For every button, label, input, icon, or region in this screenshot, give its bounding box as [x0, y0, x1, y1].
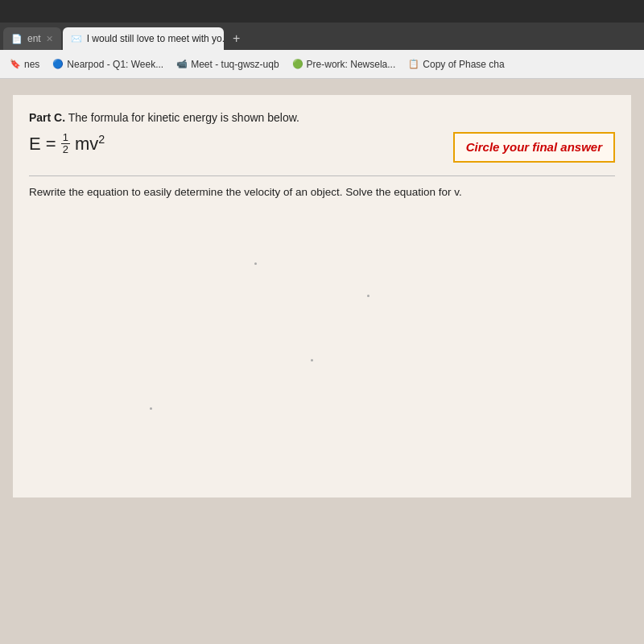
page-content: Part C. The formula for kinetic energy i…: [0, 79, 644, 644]
tab-email-label: I would still love to meet with yo...: [87, 33, 224, 44]
tab-bar: 📄 ent ✕ ✉️ I would still love to meet wi…: [0, 23, 644, 50]
tab-email-icon: ✉️: [71, 34, 82, 44]
bookmark-nes-icon: 🔖: [10, 59, 21, 70]
bookmark-prework-label: Pre-work: Newsela...: [307, 59, 396, 70]
bookmark-phase-label: Copy of Phase cha: [423, 59, 504, 70]
dot-4: [150, 407, 152, 410]
fraction-denominator: 2: [61, 144, 70, 155]
answer-area[interactable]: [29, 198, 615, 440]
bookmark-phase[interactable]: 📋 Copy of Phase cha: [405, 57, 507, 72]
bookmark-nearpod-icon: 🔵: [52, 59, 64, 70]
bookmark-meet-label: Meet - tuq-gwsz-uqb: [191, 59, 279, 70]
bookmark-phase-icon: 📋: [408, 59, 419, 70]
dot-1: [254, 262, 257, 265]
os-bar: [0, 0, 644, 23]
tab-email[interactable]: ✉️ I would still love to meet with yo...…: [63, 27, 224, 50]
part-c-text: The formula for kinetic energy is shown …: [68, 111, 299, 124]
fraction: 1 2: [61, 132, 70, 156]
tab-ent-icon: 📄: [11, 34, 23, 44]
bookmark-nes-label: nes: [24, 59, 39, 70]
tab-ent-label: ent: [27, 33, 41, 44]
tab-ent-close[interactable]: ✕: [46, 34, 53, 44]
bookmark-prework[interactable]: 🟢 Pre-work: Newsela...: [289, 57, 399, 72]
part-c-header: Part C. The formula for kinetic energy i…: [29, 111, 615, 124]
bookmark-nes[interactable]: 🔖 nes: [6, 57, 43, 72]
fraction-numerator: 1: [61, 132, 70, 144]
circle-answer-text: Circle your final answer: [466, 140, 602, 154]
bookmark-meet-icon: 📹: [176, 59, 188, 70]
tab-ent[interactable]: 📄 ent ✕: [3, 27, 61, 50]
bookmarks-bar: 🔖 nes 🔵 Nearpod - Q1: Week... 📹 Meet - t…: [0, 50, 644, 79]
bookmark-prework-icon: 🟢: [292, 59, 303, 70]
formula-box: E = 1 2 mv2: [29, 132, 105, 156]
circle-answer-box: Circle your final answer: [453, 132, 615, 163]
formula-rhs: mv2: [75, 133, 105, 155]
dot-2: [367, 295, 369, 297]
formula-section: E = 1 2 mv2 Circle your final answer: [29, 132, 615, 163]
dot-3: [311, 359, 313, 361]
bookmark-nearpod-label: Nearpod - Q1: Week...: [67, 59, 163, 70]
part-c-label: Part C.: [29, 111, 65, 124]
formula-lhs: E =: [29, 134, 56, 155]
new-tab-button[interactable]: +: [225, 27, 248, 50]
bookmark-nearpod[interactable]: 🔵 Nearpod - Q1: Week...: [49, 57, 167, 72]
rewrite-instruction: Rewrite the equation to easily determine…: [29, 175, 615, 198]
bookmark-meet[interactable]: 📹 Meet - tuq-gwsz-uqb: [173, 57, 282, 72]
document-area: Part C. The formula for kinetic energy i…: [13, 95, 631, 497]
